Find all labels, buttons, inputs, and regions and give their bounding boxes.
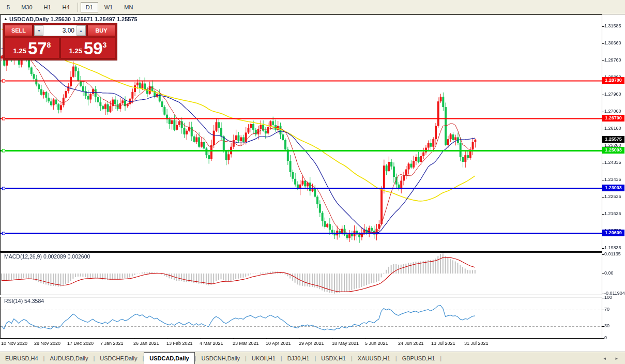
timeframe-button-m30[interactable]: M30: [16, 2, 37, 12]
timeframe-button-h1[interactable]: H1: [39, 2, 56, 12]
price-axis-label: 1.22535: [604, 194, 621, 199]
timeframe-button-d1[interactable]: D1: [81, 2, 98, 12]
tab-separator: |: [440, 355, 441, 364]
trading-terminal-window: 5M30H1H4D1W1MN ▲ USDCAD,Daily 1.25630 1.…: [0, 0, 625, 364]
timeframe-toolbar: 5M30H1H4D1W1MN: [0, 0, 625, 14]
buy-price-base: 1.25: [69, 47, 82, 55]
date-axis-label: 29 Apr 2021: [299, 341, 324, 346]
price-axis-label: 1.26160: [604, 126, 621, 131]
volume-input[interactable]: [43, 25, 77, 36]
chart-tab-usdx[interactable]: USDX,H1: [316, 353, 351, 364]
date-axis-label: 10 Nov 2020: [1, 341, 27, 346]
chart-window: ▲ USDCAD,Daily 1.25630 1.25671 1.25497 1…: [0, 14, 625, 352]
rsi-axis-label: 70: [604, 307, 609, 312]
volume-decrease-button[interactable]: ▼: [35, 25, 43, 36]
toolbar-separator: [78, 3, 78, 12]
price-axis-label: 1.27960: [604, 92, 621, 97]
chart-tab-usdcad[interactable]: USDCAD,Daily: [144, 352, 194, 364]
ohlc-high: 1.25671: [72, 16, 93, 22]
chart-tab-ukoil[interactable]: UKOil,H1: [247, 353, 281, 364]
date-axis-label: 5 Jun 2021: [365, 341, 388, 346]
date-axis-label: 31 Jul 2021: [464, 341, 489, 346]
price-axis-label: 1.23435: [604, 177, 621, 182]
buy-price-big: 59: [84, 41, 103, 56]
volume-stepper: ▼ ▲: [34, 25, 86, 36]
level-price-badge: 1.25003: [602, 147, 624, 154]
rsi-axis-label: 100: [604, 295, 612, 300]
symbol-tab-bar: EURUSD,H4|AUDUSD,Daily|USDCHF,Daily|USDC…: [0, 352, 625, 364]
triangle-up-icon: ▲: [4, 17, 8, 21]
price-axis-label: 1.27060: [604, 109, 621, 114]
level-price-badge: 1.20609: [602, 230, 624, 236]
macd-axis-label: 0.00: [604, 270, 614, 276]
chart-canvas[interactable]: [0, 14, 625, 339]
timeframe-button-h4[interactable]: H4: [57, 2, 75, 12]
date-axis-label: 4 Mar 2021: [200, 341, 223, 346]
ohlc-low: 1.25497: [95, 16, 115, 22]
rsi-label: RSI(14) 54.3584: [4, 298, 44, 304]
price-axis-label: 1.19835: [604, 245, 621, 250]
chart-tab-usdcnh[interactable]: USDCNH,Daily: [196, 353, 246, 364]
chart-tab-xauusd[interactable]: XAUUSD,H1: [353, 353, 395, 364]
timeframe-button-5[interactable]: 5: [2, 2, 15, 12]
chart-tab-gbpusd[interactable]: GBPUSD,H1: [397, 353, 440, 364]
tab-scroll-arrows[interactable]: ◂ ▸: [603, 356, 622, 361]
rsi-axis-label: 0: [604, 335, 607, 340]
date-axis-label: 26 Jan 2021: [133, 341, 159, 346]
price-axis-label: 1.21635: [604, 211, 621, 216]
level-price-badge: 1.23003: [602, 185, 624, 191]
date-axis-label: 10 Apr 2021: [266, 341, 291, 346]
macd-label: MACD(12,26,9) 0.002089 0.002600: [4, 253, 90, 260]
price-axis-label: 1.24335: [604, 160, 621, 165]
timeframe-button-w1[interactable]: W1: [99, 2, 118, 12]
date-axis-label: 17 Dec 2020: [67, 341, 94, 346]
one-click-trade-panel: SELL ▼ ▲ BUY 1.25 57 8 1.25 59 3: [3, 23, 117, 60]
date-axis-label: 18 May 2021: [332, 341, 359, 346]
macd-axis-label: 0.01135: [604, 251, 621, 256]
sell-price-pip: 8: [47, 41, 51, 49]
rsi-axis-label: 30: [604, 323, 609, 328]
buy-price-pip: 3: [103, 41, 107, 49]
price-axis-label: 1.29760: [604, 57, 621, 63]
buy-button[interactable]: BUY: [87, 25, 115, 36]
level-price-badge: 1.28700: [602, 77, 624, 84]
timeframe-button-mn[interactable]: MN: [119, 2, 138, 12]
level-price-badge: 1.26700: [602, 115, 624, 122]
ohlc-open: 1.25630: [50, 16, 71, 22]
date-axis-label: 7 Jan 2021: [100, 341, 124, 346]
ohlc-close: 1.25575: [117, 16, 138, 22]
date-axis-label: 28 Nov 2020: [34, 341, 60, 346]
date-axis-label: 24 Jun 2021: [398, 341, 424, 346]
chart-tab-dj30[interactable]: DJ30,H1: [282, 353, 315, 364]
chart-tab-audusd[interactable]: AUDUSD,Daily: [44, 353, 93, 364]
chart-tab-eurusd[interactable]: EURUSD,H4: [0, 353, 43, 364]
date-axis-label: 13 Jul 2021: [431, 341, 455, 346]
sell-price-box[interactable]: 1.25 57 8: [5, 38, 59, 58]
price-axis-label: 1.31585: [604, 23, 621, 28]
price-axis-label: 1.30660: [604, 40, 621, 46]
date-axis-label: 13 Feb 2021: [166, 341, 193, 346]
symbol-label: USDCAD,Daily: [9, 16, 49, 22]
current-price-badge: 1.25575: [602, 136, 624, 143]
sell-button[interactable]: SELL: [5, 25, 33, 36]
chart-title: ▲ USDCAD,Daily 1.25630 1.25671 1.25497 1…: [4, 16, 138, 22]
buy-price-box[interactable]: 1.25 59 3: [60, 38, 115, 58]
chart-tab-usdchf[interactable]: USDCHF,Daily: [95, 353, 142, 364]
sell-price-base: 1.25: [13, 47, 26, 55]
date-axis-label: 23 Mar 2021: [233, 341, 259, 346]
sell-price-big: 57: [28, 41, 47, 56]
volume-increase-button[interactable]: ▲: [77, 25, 85, 36]
